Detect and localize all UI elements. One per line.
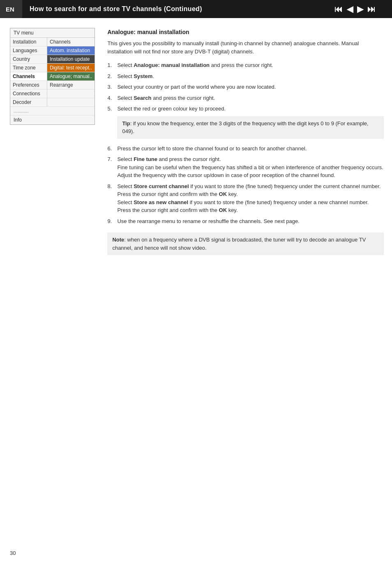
menu-item-connections[interactable]: Connections <box>10 90 47 98</box>
menu-row-installation[interactable]: Installation Channels <box>10 38 95 46</box>
main-content: TV menu Installation Channels Languages … <box>0 18 392 263</box>
tv-menu-title: TV menu <box>10 28 95 38</box>
step-7: 7. Select Fine tune and press the cursor… <box>107 155 384 179</box>
step-2: 2. Select System. <box>107 72 384 81</box>
step-5-num: 5. <box>107 105 112 113</box>
menu-row-connections[interactable]: Connections <box>10 90 95 98</box>
step-8: 8. Select Store current channel if you w… <box>107 182 384 214</box>
step-4: 4. Select Search and press the cursor ri… <box>107 94 384 102</box>
menu-item-digital-test[interactable]: Digital: test recept.. <box>47 64 95 72</box>
step-8-ok1: OK <box>219 191 227 197</box>
menu-item-decoder-right <box>47 98 95 107</box>
section-title: Analogue: manual installation <box>107 29 384 35</box>
menu-item-rearrange[interactable]: Rearrange <box>47 81 95 90</box>
nav-skip-back-icon[interactable]: ⏮ <box>334 5 343 14</box>
menu-item-preferences[interactable]: Preferences <box>10 81 47 90</box>
step-1: 1. Select Analogue: manual installation … <box>107 61 384 69</box>
steps-list-2: 6. Press the cursor left to store the ch… <box>107 145 384 225</box>
tip-label: Tip <box>122 120 130 127</box>
menu-item-installation[interactable]: Installation <box>10 38 47 46</box>
step-6-num: 6. <box>107 145 112 153</box>
menu-item-channels-option[interactable]: Channels <box>47 38 95 46</box>
step-8-num: 8. <box>107 182 112 191</box>
step-4-num: 4. <box>107 94 112 102</box>
tv-menu-panel: TV menu Installation Channels Languages … <box>10 28 95 255</box>
tip-box: Tip: if you know the frequency, enter th… <box>117 116 384 139</box>
step-1-num: 1. <box>107 61 112 69</box>
menu-item-decoder[interactable]: Decoder <box>10 98 47 107</box>
page-number: 30 <box>10 550 16 556</box>
menu-row-channels[interactable]: Channels Analogue; manual.. <box>10 72 95 81</box>
nav-back-icon[interactable]: ◀ <box>347 4 353 14</box>
menu-item-channels[interactable]: Channels <box>10 72 47 81</box>
page-header: EN How to search for and store TV channe… <box>0 0 392 18</box>
intro-text: This gives you the possibility to manual… <box>107 39 384 55</box>
step-3: 3. Select your country or part of the wo… <box>107 83 384 91</box>
menu-item-analogue-manual[interactable]: Analogue; manual.. <box>47 72 95 81</box>
step-1-bold: Analogue: manual installation <box>134 62 210 68</box>
nav-icons: ⏮ ◀ ▶ ⏭ <box>334 4 384 14</box>
menu-item-info[interactable]: Info <box>10 115 95 124</box>
note-box: Note: when on a frequency where a DVB si… <box>107 232 384 255</box>
menu-dots: ............ <box>10 107 95 115</box>
menu-item-autom-installation[interactable]: Autom. installation <box>47 46 95 55</box>
step-3-num: 3. <box>107 83 112 91</box>
step-8-bold2: Store as new channel <box>134 199 188 205</box>
step-2-bold: System <box>134 73 152 79</box>
menu-item-connections-right <box>47 90 95 98</box>
menu-item-country[interactable]: Country <box>10 55 47 64</box>
menu-row-timezone[interactable]: Time zone Digital: test recept.. <box>10 64 95 72</box>
language-badge: EN <box>0 0 22 18</box>
step-9-num: 9. <box>107 217 112 225</box>
menu-item-timezone[interactable]: Time zone <box>10 64 47 72</box>
menu-row-languages[interactable]: Languages Autom. installation <box>10 46 95 55</box>
step-4-bold: Search <box>134 95 151 101</box>
step-8-bold1: Store current channel <box>134 183 189 189</box>
step-5: 5. Select the red or green colour key to… <box>107 105 384 113</box>
step-7-num: 7. <box>107 155 112 163</box>
step-6: 6. Press the cursor left to store the ch… <box>107 145 384 153</box>
step-2-num: 2. <box>107 72 112 81</box>
menu-row-decoder[interactable]: Decoder <box>10 98 95 107</box>
tv-menu-box: TV menu Installation Channels Languages … <box>10 28 95 125</box>
content-panel: Analogue: manual installation This gives… <box>107 28 384 255</box>
menu-item-languages[interactable]: Languages <box>10 46 47 55</box>
note-label: Note <box>112 237 124 243</box>
nav-skip-forward-icon[interactable]: ⏭ <box>367 5 376 14</box>
step-7-bold: Fine tune <box>134 156 157 162</box>
nav-forward-icon[interactable]: ▶ <box>357 4 363 14</box>
menu-row-preferences[interactable]: Preferences Rearrange <box>10 81 95 90</box>
steps-list-1: 1. Select Analogue: manual installation … <box>107 61 384 113</box>
step-9: 9. Use the rearrange menu to rename or r… <box>107 217 384 225</box>
menu-item-installation-update[interactable]: Installation update <box>47 55 95 64</box>
step-8-ok2: OK <box>219 207 227 213</box>
menu-row-country[interactable]: Country Installation update <box>10 55 95 64</box>
